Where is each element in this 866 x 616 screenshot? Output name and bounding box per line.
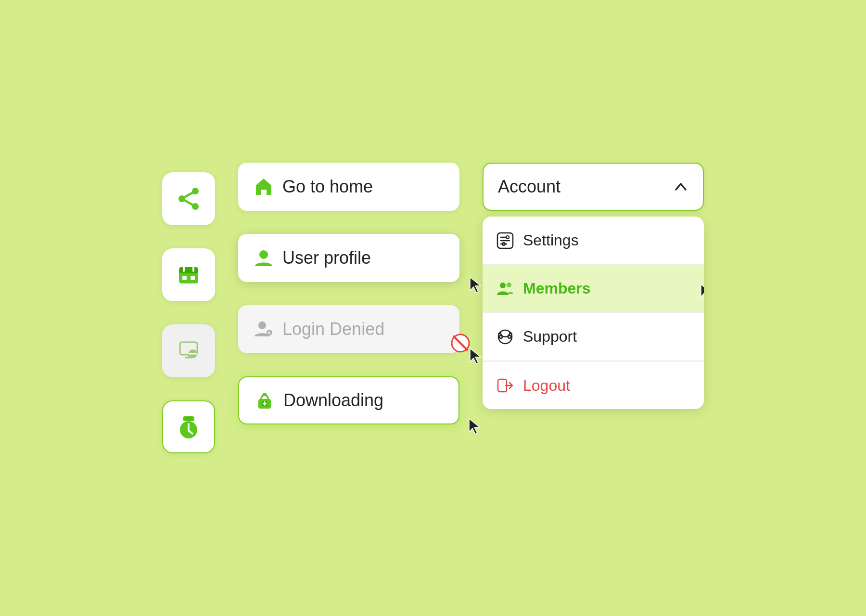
- support-menu-item[interactable]: Support: [483, 313, 704, 361]
- monitor-icon-square[interactable]: [162, 324, 215, 377]
- svg-point-19: [259, 250, 268, 259]
- members-label: Members: [523, 280, 591, 297]
- cursor-members: [699, 283, 704, 304]
- svg-point-33: [506, 236, 509, 239]
- login-denied-label: Login Denied: [282, 319, 384, 339]
- chevron-up-icon: [673, 179, 688, 194]
- user-profile-button[interactable]: User profile: [238, 234, 459, 282]
- logout-menu-item[interactable]: Logout: [483, 361, 704, 409]
- settings-icon: [496, 231, 514, 250]
- dropdown-column: Account Settings: [483, 163, 704, 409]
- svg-rect-18: [185, 417, 192, 420]
- go-to-home-button[interactable]: Go to home: [238, 163, 459, 211]
- members-menu-item[interactable]: Members: [483, 265, 704, 313]
- login-denied-button: × Login Denied: [238, 305, 459, 353]
- svg-rect-6: [179, 267, 198, 273]
- settings-menu-item[interactable]: Settings: [483, 217, 704, 265]
- user-profile-label: User profile: [282, 248, 371, 268]
- support-label: Support: [523, 328, 577, 346]
- settings-label: Settings: [523, 231, 579, 249]
- svg-point-39: [508, 335, 511, 338]
- account-label: Account: [498, 177, 560, 197]
- timer-icon: [176, 414, 201, 439]
- download-lock-icon: [255, 390, 275, 411]
- logout-icon: [496, 376, 514, 395]
- go-to-home-label: Go to home: [282, 177, 373, 197]
- user-icon: [254, 248, 274, 268]
- monitor-blocked-icon: [176, 338, 201, 363]
- account-dropdown-menu: Settings Members: [483, 217, 704, 409]
- svg-point-20: [258, 321, 266, 329]
- calendar-icon-square[interactable]: [162, 248, 215, 301]
- timer-icon-square[interactable]: [162, 400, 215, 453]
- account-dropdown-trigger[interactable]: Account: [483, 163, 704, 211]
- svg-point-35: [500, 282, 506, 288]
- downloading-button[interactable]: Downloading: [238, 376, 459, 424]
- blocked-indicator: [450, 333, 471, 358]
- home-icon: [254, 177, 274, 197]
- svg-line-3: [182, 191, 195, 199]
- support-icon: [496, 328, 514, 346]
- svg-text:×: ×: [267, 330, 270, 335]
- share-icon: [176, 186, 201, 211]
- calendar-icon: [176, 262, 201, 287]
- main-container: Go to home User profile × Login: [162, 163, 704, 453]
- svg-point-38: [499, 335, 502, 338]
- user-blocked-icon: ×: [254, 319, 274, 339]
- svg-line-4: [182, 199, 195, 206]
- svg-rect-9: [182, 276, 187, 280]
- icon-column: [162, 172, 215, 453]
- members-icon: [496, 280, 514, 298]
- svg-rect-10: [191, 276, 195, 280]
- button-column: Go to home User profile × Login: [238, 163, 459, 424]
- logout-label: Logout: [523, 377, 570, 395]
- share-icon-square[interactable]: [162, 172, 215, 225]
- svg-point-36: [507, 282, 511, 287]
- downloading-label: Downloading: [283, 390, 383, 411]
